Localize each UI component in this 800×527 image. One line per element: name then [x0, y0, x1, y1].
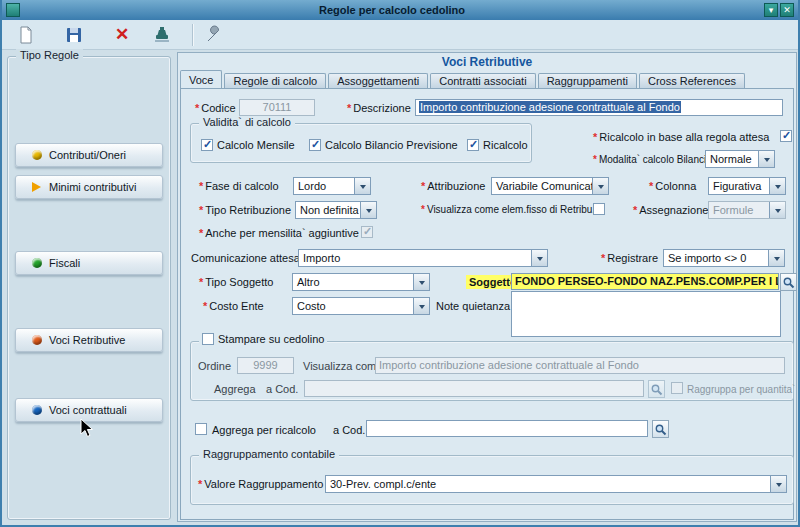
a-cod2-label: a Cod. — [333, 424, 365, 436]
settings-button[interactable] — [202, 23, 226, 47]
tipo-retribuzione-value: Non definita — [300, 204, 359, 216]
raggruppa-quantita-checkbox — [671, 382, 683, 394]
raggruppamento-group-title: Raggruppamento contabile — [199, 448, 339, 460]
sidebar-item-contributi-oneri[interactable]: Contributi/Oneri — [15, 143, 163, 167]
tipo-retribuzione-label: Tipo Retribuzione — [199, 204, 291, 216]
aggrega-label: Aggrega — [214, 383, 256, 395]
mensilita-label: Anche per mensilita` aggiuntive — [199, 227, 359, 239]
aggrega-ricalcolo-checkbox[interactable] — [195, 423, 207, 435]
sidebar-item-voci-contrattuali[interactable]: Voci contrattuali — [15, 398, 163, 422]
stamp-button[interactable] — [150, 23, 174, 47]
selected-text: Importo contribuzione adesione contrattu… — [419, 101, 681, 113]
fase-label: Fase di calcolo — [199, 180, 279, 192]
comunicazione-label: Comunicazione attesa — [191, 252, 300, 264]
ricalcolo-attesa-checkbox[interactable] — [780, 130, 792, 142]
mensilita-checkbox — [361, 226, 373, 238]
page-title: Voci Retributive — [178, 55, 796, 69]
validita-group: Validita` di calcolo Calcolo Mensile Cal… — [190, 123, 532, 163]
costo-ente-combo[interactable]: Costo — [292, 297, 430, 315]
sidebar-item-label: Voci contrattuali — [49, 404, 127, 416]
toolbar-divider — [192, 24, 194, 46]
sidebar-item-label: Contributi/Oneri — [49, 149, 126, 161]
app-window: Regole per calcolo cedolino ▾ ✕ ✕ — [0, 0, 800, 527]
tipo-soggetto-combo[interactable]: Altro — [292, 273, 430, 291]
tipo-soggetto-value: Altro — [297, 276, 320, 288]
new-document-icon — [16, 25, 36, 45]
delete-button[interactable]: ✕ — [110, 23, 134, 47]
aggrega-search-button — [648, 380, 665, 398]
tab-bar: Voce Regole di calcolo Assoggettamenti C… — [180, 70, 747, 88]
main-panel: Voci Retributive Voce Regole di calcolo … — [177, 52, 797, 522]
sidebar-item-label: Fiscali — [49, 257, 80, 269]
comunicazione-combo[interactable]: Importo — [298, 249, 548, 267]
calcolo-mensile-checkbox[interactable] — [201, 139, 213, 151]
raggruppa-quantita-label: Raggruppa per quantita` — [687, 384, 795, 395]
aggrega-ricalcolo-search-button[interactable] — [652, 420, 669, 438]
tipo-regole-title: Tipo Regole — [16, 49, 83, 61]
window-title: Regole per calcolo cedolino — [20, 4, 764, 16]
descrizione-label: Descrizione — [347, 102, 411, 114]
colonna-value: Figurativa — [713, 180, 761, 192]
tab-panel-voce: Codice 70111 Descrizione Importo contrib… — [180, 88, 794, 520]
wrench-icon — [204, 25, 224, 45]
sidebar-item-minimi-contributivi[interactable]: Minimi contributivi — [15, 175, 163, 199]
tab-regole-di-calcolo[interactable]: Regole di calcolo — [224, 73, 326, 88]
stampare-label: Stampare su cedolino — [218, 333, 324, 345]
visualizza-come-field: Importo contribuzione adesione contrattu… — [375, 357, 785, 374]
codice-field: 70111 — [239, 99, 315, 116]
attribuzione-combo[interactable]: Variabile Comunicata — [491, 177, 609, 195]
visualizza-elem-label: Visualizza come elem.fisso di Retribu... — [421, 204, 601, 215]
codice-label: Codice — [195, 102, 236, 114]
attribuzione-label: Attribuzione — [421, 180, 485, 192]
calcolo-bilancio-label: Calcolo Bilancio Previsione — [325, 139, 458, 151]
restore-button[interactable]: ▾ — [764, 3, 778, 17]
tipo-regole-panel: Tipo Regole Contributi/Oneri Minimi cont… — [7, 56, 171, 520]
visualizza-elem-checkbox[interactable] — [593, 203, 605, 215]
note-quietanza-textarea[interactable] — [511, 291, 781, 337]
ricalcolo-label: Ricalcolo — [483, 139, 528, 151]
registrare-combo[interactable]: Se importo <> 0 — [663, 249, 785, 267]
ricalcolo-checkbox[interactable] — [467, 139, 479, 151]
costo-ente-value: Costo — [297, 300, 326, 312]
new-document-button[interactable] — [14, 23, 38, 47]
fase-value: Lordo — [298, 180, 326, 192]
orange-triangle-icon — [32, 182, 46, 192]
calcolo-bilancio-checkbox[interactable] — [309, 139, 321, 151]
stampa-group: Stampare su cedolino Ordine 9999 Visuali… — [190, 341, 794, 401]
tab-voce[interactable]: Voce — [180, 70, 222, 88]
valore-raggruppamento-label: Valore Raggruppamento — [198, 478, 323, 490]
stampare-wrap: Stampare su cedolino — [199, 333, 327, 345]
tab-contratti-associati[interactable]: Contratti associati — [430, 73, 535, 88]
fase-combo[interactable]: Lordo — [293, 177, 371, 195]
tipo-retribuzione-combo[interactable]: Non definita — [295, 201, 377, 219]
blue-ball-icon — [32, 405, 42, 415]
attribuzione-value: Variabile Comunicata — [496, 180, 600, 192]
aggrega-ricalcolo-cod-field[interactable] — [366, 420, 648, 437]
soggetto-search-button[interactable] — [780, 273, 797, 291]
calcolo-mensile-label: Calcolo Mensile — [217, 139, 295, 151]
sidebar-item-fiscali[interactable]: Fiscali — [15, 251, 163, 275]
modalita-value: Normale — [710, 153, 752, 165]
green-ball-icon — [32, 258, 42, 268]
descrizione-field[interactable]: Importo contribuzione adesione contrattu… — [415, 99, 783, 116]
sidebar-item-voci-retributive[interactable]: Voci Retributive — [15, 328, 163, 352]
valore-raggruppamento-combo[interactable]: 30-Prev. compl.c/ente — [325, 475, 787, 493]
colonna-combo[interactable]: Figurativa — [708, 177, 786, 195]
modalita-combo[interactable]: Normale — [705, 150, 775, 168]
delete-x-icon: ✕ — [115, 25, 129, 44]
tab-assoggettamenti[interactable]: Assoggettamenti — [328, 73, 428, 88]
note-quietanza-label: Note quietanza — [436, 300, 510, 312]
title-bar[interactable]: Regole per calcolo cedolino ▾ ✕ — [2, 0, 798, 20]
close-button[interactable]: ✕ — [780, 3, 794, 17]
soggetto-field[interactable]: FONDO PERSEO-FONDO NAZ.PENS.COMP.PER I L… — [511, 273, 779, 290]
yellow-ball-icon — [32, 150, 42, 160]
stampare-checkbox[interactable] — [202, 333, 214, 345]
save-icon — [64, 25, 84, 45]
tipo-soggetto-label: Tipo Soggetto — [199, 276, 273, 288]
tab-raggruppamenti[interactable]: Raggruppamenti — [538, 73, 637, 88]
tab-cross-references[interactable]: Cross References — [639, 73, 745, 88]
assegnazione-label: Assegnazione — [633, 204, 708, 216]
aggrega-cod-field — [304, 380, 644, 397]
save-button[interactable] — [62, 23, 86, 47]
stamp-icon — [152, 25, 172, 45]
